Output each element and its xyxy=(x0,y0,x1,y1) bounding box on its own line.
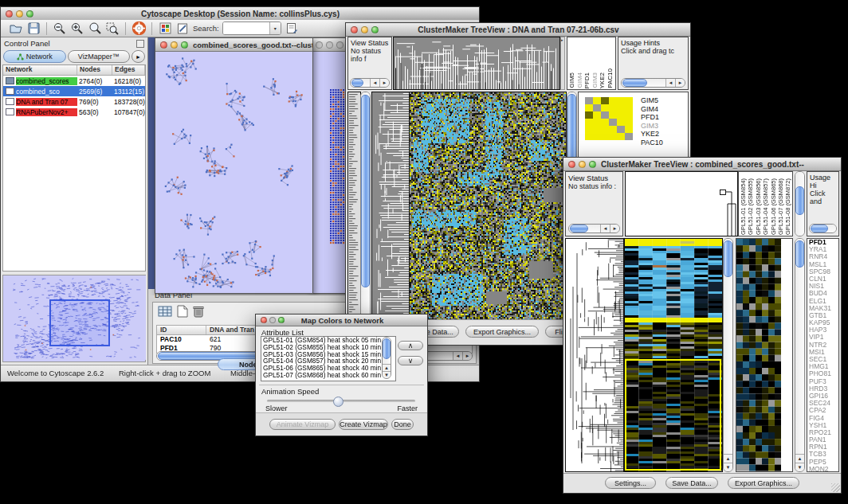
matrix-cell[interactable] xyxy=(601,97,609,104)
minimize-button[interactable] xyxy=(171,41,178,49)
save-session-icon[interactable] xyxy=(26,21,41,36)
tv2-column-label[interactable]: GPL51-03 (GSM856) xyxy=(755,178,762,235)
zoom-button[interactable] xyxy=(278,317,285,323)
matrix-cell[interactable] xyxy=(593,133,601,140)
treeview-combined-titlebar[interactable]: ClusterMaker TreeView : combined_scores_… xyxy=(563,158,841,171)
tv1-gene-label[interactable]: PAC10 xyxy=(641,139,663,147)
matrix-cell[interactable] xyxy=(625,119,633,126)
scroll-up-icon[interactable]: ▲ xyxy=(724,454,732,463)
tv1-column-label[interactable]: PFD1 xyxy=(583,72,591,88)
zoom-out-icon[interactable] xyxy=(52,21,68,36)
matrix-cell[interactable] xyxy=(609,111,617,119)
minimize-button[interactable] xyxy=(16,10,23,18)
tv2-settings-button[interactable]: Settings... xyxy=(605,477,656,489)
float-panel-icon[interactable] xyxy=(136,40,144,48)
network-row[interactable]: RNAPuberNov2+563(0)107847(0) xyxy=(3,107,145,117)
tv2-column-label[interactable]: GPL51-07 (GSM868) xyxy=(777,178,784,235)
matrix-cell[interactable] xyxy=(625,133,633,140)
tv2-column-label[interactable]: GPL51-02 (GSM855) xyxy=(747,178,754,235)
network-view-canvas[interactable] xyxy=(156,52,312,292)
tv1-heatmap-canvas[interactable] xyxy=(409,92,567,321)
tabs-overflow-button[interactable]: ► xyxy=(132,50,145,63)
animate-vizmap-button[interactable]: Animate Vizmap xyxy=(269,419,336,430)
tab-network[interactable]: Network xyxy=(3,50,66,63)
matrix-cell[interactable] xyxy=(617,133,625,140)
tv1-gene-label[interactable]: GIM4 xyxy=(641,105,663,114)
scroll-up-icon[interactable]: ▲ xyxy=(795,454,804,463)
scroll-left-icon[interactable]: ◄ xyxy=(453,352,462,360)
tv1-gene-label[interactable]: YKE2 xyxy=(641,130,663,139)
tv1-export-graphics-button[interactable]: Export Graphics... xyxy=(465,326,539,338)
matrix-cell[interactable] xyxy=(601,104,609,111)
tv1-column-label[interactable]: GIM4 xyxy=(576,72,584,88)
close-button[interactable] xyxy=(6,10,13,18)
tv1-gene-label[interactable]: GIM3 xyxy=(641,122,663,131)
birdseye-viewport-rect[interactable] xyxy=(49,299,110,346)
tv1-left-vscrollbar[interactable] xyxy=(360,92,371,321)
tv2-row-dendrogram[interactable] xyxy=(565,238,624,472)
move-up-button[interactable]: ∧ xyxy=(398,341,423,350)
tv2-export-graphics-button[interactable]: Export Graphics... xyxy=(728,477,799,489)
matrix-cell[interactable] xyxy=(585,97,593,104)
matrix-cell[interactable] xyxy=(601,111,609,119)
network-view-1-titlebar[interactable]: combined_scores_good.txt--cluste... xyxy=(155,38,312,52)
vizmap-palette-icon[interactable] xyxy=(157,21,173,36)
zoom-button[interactable] xyxy=(589,161,596,168)
tv1-correlation-matrix[interactable] xyxy=(585,97,633,140)
matrix-cell[interactable] xyxy=(617,126,625,133)
tv1-column-label[interactable]: GIM3 xyxy=(591,72,599,88)
matrix-cell[interactable] xyxy=(617,97,625,104)
matrix-cell[interactable] xyxy=(617,111,625,119)
attribute-list[interactable]: GPL51-01 (GSM854) heat shock 05 minGPL51… xyxy=(261,336,396,381)
new-attribute-icon[interactable] xyxy=(177,305,188,321)
delete-attribute-icon[interactable] xyxy=(193,305,204,321)
attribute-select-icon[interactable] xyxy=(158,305,172,321)
zoom-fit-icon[interactable] xyxy=(87,21,103,36)
matrix-cell[interactable] xyxy=(609,119,617,126)
tv2-hints-hscrollbar[interactable] xyxy=(809,224,837,233)
matrix-cell[interactable] xyxy=(617,119,625,126)
report-icon[interactable] xyxy=(285,21,300,36)
tv2-save-data-button[interactable]: Save Data... xyxy=(665,477,718,489)
tv2-zoom-vscrollbar[interactable]: ▲ ▼ xyxy=(795,238,805,472)
scroll-up-icon[interactable]: ▲ xyxy=(383,364,391,371)
close-button[interactable] xyxy=(351,26,358,33)
tv2-column-label[interactable]: GPL51-01 (GSM854) xyxy=(740,178,747,235)
close-button[interactable] xyxy=(261,317,267,323)
scroll-right-icon[interactable]: ► xyxy=(379,79,389,87)
search-field[interactable] xyxy=(223,22,269,34)
cytoscape-titlebar[interactable]: Cytoscape Desktop (Session Name: collins… xyxy=(1,7,479,21)
tv1-row-dendrogram[interactable] xyxy=(371,92,410,321)
scroll-down-icon[interactable]: ▼ xyxy=(795,463,804,471)
scroll-left-icon[interactable]: ◄ xyxy=(665,79,675,87)
matrix-cell[interactable] xyxy=(585,119,593,126)
scroll-down-icon[interactable]: ▼ xyxy=(724,463,732,471)
zoom-button[interactable] xyxy=(181,41,188,49)
matrix-cell[interactable] xyxy=(593,104,601,111)
matrix-cell[interactable] xyxy=(609,133,617,140)
scroll-right-icon[interactable]: ► xyxy=(675,79,685,87)
tv2-zoom-heatmap[interactable] xyxy=(736,239,783,471)
minimize-button[interactable] xyxy=(269,317,276,323)
minimize-button[interactable] xyxy=(326,41,333,49)
zoom-button[interactable] xyxy=(336,41,344,49)
matrix-cell[interactable] xyxy=(617,104,625,111)
search-dropdown-icon[interactable]: ▾ xyxy=(269,22,281,34)
tv1-hints-hscrollbar[interactable]: ◄ ► xyxy=(621,78,685,88)
tv2-column-dendrogram[interactable] xyxy=(625,171,738,236)
matrix-cell[interactable] xyxy=(593,111,601,119)
animation-speed-thumb[interactable] xyxy=(333,397,344,407)
move-down-button[interactable]: ∨ xyxy=(398,356,423,365)
tab-vizmapper[interactable]: VizMapper™ xyxy=(68,50,131,63)
matrix-cell[interactable] xyxy=(609,97,617,104)
tv1-status-hscrollbar[interactable]: ◄ ► xyxy=(350,78,390,88)
network-list-header[interactable]: Network Nodes Edges xyxy=(3,65,145,76)
tv2-column-label[interactable]: GPL51-08 (GSM872) xyxy=(784,178,791,235)
tv2-status-hscrollbar[interactable]: ◄ ► xyxy=(568,224,620,233)
matrix-cell[interactable] xyxy=(625,126,633,133)
close-button[interactable] xyxy=(160,41,167,49)
birdseye-view[interactable] xyxy=(2,275,146,362)
treeview-dna-titlebar[interactable]: ClusterMaker TreeView : DNA and Tran 07-… xyxy=(346,23,690,37)
matrix-cell[interactable] xyxy=(601,133,609,140)
resize-grip[interactable] xyxy=(831,483,840,492)
